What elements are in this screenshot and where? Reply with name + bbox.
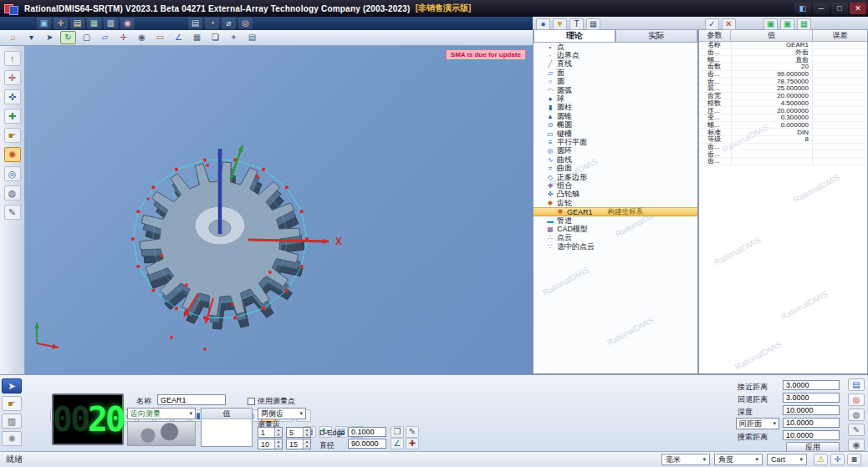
probe-icon[interactable]: ✛ bbox=[54, 18, 68, 29]
target-small-icon[interactable]: ◎ bbox=[848, 393, 865, 406]
home-icon[interactable]: ⌂ bbox=[5, 31, 21, 44]
save-icon[interactable]: ▦ bbox=[87, 18, 101, 29]
report-small-icon[interactable]: ▤ bbox=[848, 378, 865, 391]
plane-icon[interactable]: ▱ bbox=[97, 31, 113, 44]
probe-point-icon[interactable]: ✛ bbox=[4, 70, 21, 85]
tooth-end-stepper[interactable]: 15 bbox=[286, 439, 311, 449]
hand-mode-icon[interactable]: ☛ bbox=[2, 396, 22, 411]
clipboard-icon[interactable]: ❏ bbox=[207, 31, 223, 44]
refresh-icon[interactable]: ↻ bbox=[60, 31, 76, 44]
warning-icon[interactable]: ⚠ bbox=[814, 454, 828, 465]
label-tool-icon[interactable]: T bbox=[569, 18, 584, 30]
param-row[interactable]: 齿... bbox=[699, 158, 867, 165]
tree-item-label: 选中的点云 bbox=[557, 241, 595, 252]
tree-item-selected-point-cloud[interactable]: ∵ 选中的点云 bbox=[534, 242, 697, 251]
tooth-step-stepper[interactable]: 5 bbox=[286, 427, 311, 438]
camera-icon[interactable]: ◉ bbox=[120, 18, 135, 29]
lock-status-icon[interactable]: ◙ bbox=[847, 454, 861, 465]
confirm-check-icon[interactable]: ✓ bbox=[705, 18, 719, 30]
marquee-icon[interactable]: ▢ bbox=[79, 31, 94, 44]
close-button[interactable]: ✕ bbox=[850, 3, 866, 14]
probe-status-icon[interactable]: ✛ bbox=[830, 454, 845, 465]
units-select[interactable]: 毫米 bbox=[661, 454, 710, 465]
gear-name-input[interactable] bbox=[157, 394, 226, 405]
dmis-monitor-icon[interactable]: ▣ bbox=[763, 18, 778, 30]
tab-actual[interactable]: 实际 bbox=[615, 30, 697, 43]
machine-icon[interactable]: ▣ bbox=[37, 18, 51, 29]
angle-select[interactable]: 角度 bbox=[714, 454, 763, 465]
param-value: 8 bbox=[731, 136, 813, 143]
grid-icon[interactable]: ▦ bbox=[189, 31, 205, 44]
settings-icon[interactable]: ✦ bbox=[226, 31, 242, 44]
ruler-icon[interactable]: ▭ bbox=[152, 31, 168, 44]
retract-input[interactable] bbox=[783, 393, 840, 403]
machine-link-icon[interactable]: ▣ bbox=[780, 18, 794, 30]
probe-auto-icon[interactable]: ✚ bbox=[4, 109, 21, 124]
diameter-icon[interactable]: ⌀ bbox=[222, 18, 236, 29]
sphere-tool-icon[interactable]: ● bbox=[536, 18, 550, 30]
viewport-3d[interactable]: X SMA is due for update bbox=[25, 46, 533, 374]
printer-icon[interactable]: ▥ bbox=[104, 18, 118, 29]
probe-add-icon[interactable]: ✚ bbox=[406, 438, 419, 449]
tooth-count-stepper[interactable]: 10 bbox=[258, 439, 283, 449]
depth-input[interactable] bbox=[783, 405, 840, 415]
tooth-start-stepper[interactable]: 1 bbox=[258, 427, 283, 438]
minimize-button[interactable]: ─ bbox=[813, 3, 830, 14]
probe-hit-icon[interactable]: ✛ bbox=[115, 31, 131, 44]
probe-mode-icon[interactable]: ➤ bbox=[2, 378, 22, 393]
camera-small-icon[interactable]: ◉ bbox=[848, 439, 865, 451]
measure-direction-select[interactable]: 齿向测量 bbox=[127, 408, 196, 419]
cancel-x-icon[interactable]: ✕ bbox=[722, 18, 736, 30]
copy-icon[interactable]: ❐ bbox=[391, 426, 404, 438]
diameter-input[interactable] bbox=[348, 439, 386, 449]
hand-probe-icon[interactable]: ☛ bbox=[4, 128, 21, 143]
checkbox-box[interactable] bbox=[248, 398, 255, 405]
spacing-mode-select[interactable]: 间距面 bbox=[736, 418, 779, 429]
pipe-icon: ▬ bbox=[545, 217, 555, 225]
spacing-input[interactable] bbox=[783, 418, 840, 428]
stepper-down-icon[interactable] bbox=[275, 433, 282, 438]
gauge-icon[interactable]: ◔ bbox=[205, 18, 219, 29]
maximize-button[interactable]: □ bbox=[831, 3, 848, 14]
target-icon[interactable]: ◎ bbox=[238, 18, 253, 29]
edit-small-icon[interactable]: ✎ bbox=[848, 424, 865, 436]
param-header-value[interactable]: 值 bbox=[731, 30, 813, 42]
filter-icon[interactable]: ▼ bbox=[553, 18, 567, 30]
param-value bbox=[731, 144, 813, 150]
sma-update-badge[interactable]: SMA is due for update bbox=[446, 49, 526, 60]
window-style-icon[interactable]: ◧ bbox=[794, 3, 811, 14]
open-icon[interactable]: ▤ bbox=[70, 18, 84, 29]
dropdown-caret-icon[interactable]: ▾ bbox=[23, 31, 39, 44]
grid-tool-icon[interactable]: ▦ bbox=[586, 18, 600, 30]
scan-icon[interactable]: ◎ bbox=[4, 166, 21, 181]
tooth-side-select[interactable]: 两侧齿 bbox=[258, 408, 306, 419]
tab-theory[interactable]: 理论 bbox=[534, 30, 615, 43]
zoom-small-icon[interactable]: ◍ bbox=[848, 409, 865, 421]
stepper-down-icon[interactable] bbox=[304, 444, 310, 449]
angle-small-icon[interactable]: ∠ bbox=[391, 438, 404, 449]
report-icon[interactable]: ▤ bbox=[188, 18, 202, 29]
angle-icon[interactable]: ∠ bbox=[171, 31, 186, 44]
edit-feature-icon[interactable]: ✎ bbox=[4, 205, 21, 220]
probe-vector-icon[interactable]: ✜ bbox=[4, 89, 21, 104]
gear-measure-icon[interactable]: ✺ bbox=[4, 147, 21, 162]
coordinate-select[interactable]: Cart bbox=[767, 454, 807, 465]
stepper-down-icon[interactable] bbox=[304, 433, 310, 438]
edit-icon[interactable]: ✎ bbox=[406, 426, 419, 438]
report-doc-icon[interactable]: ▤ bbox=[244, 31, 260, 44]
tool-setup-icon[interactable]: ✺ bbox=[2, 431, 22, 446]
diameter-tools: ∠✚ bbox=[391, 438, 419, 449]
caliper-icon[interactable]: ▥ bbox=[2, 414, 22, 429]
use-measure-points-checkbox[interactable]: 使用测量点 bbox=[248, 396, 295, 407]
cad-port-icon[interactable]: ▦ bbox=[797, 18, 811, 30]
approach-input[interactable] bbox=[783, 380, 840, 390]
up-arrow-icon[interactable]: ↑ bbox=[4, 51, 21, 66]
search-input[interactable] bbox=[783, 430, 840, 440]
stepper-down-icon[interactable] bbox=[275, 444, 282, 449]
select-cursor-icon[interactable]: ➤ bbox=[42, 31, 58, 44]
magnifier-icon[interactable]: ◍ bbox=[4, 185, 21, 201]
param-header-error[interactable]: 误差 bbox=[813, 30, 867, 42]
camera-view-icon[interactable]: ◉ bbox=[134, 31, 150, 44]
dedge-input[interactable] bbox=[348, 427, 386, 437]
value-table[interactable]: 值 bbox=[201, 408, 253, 447]
